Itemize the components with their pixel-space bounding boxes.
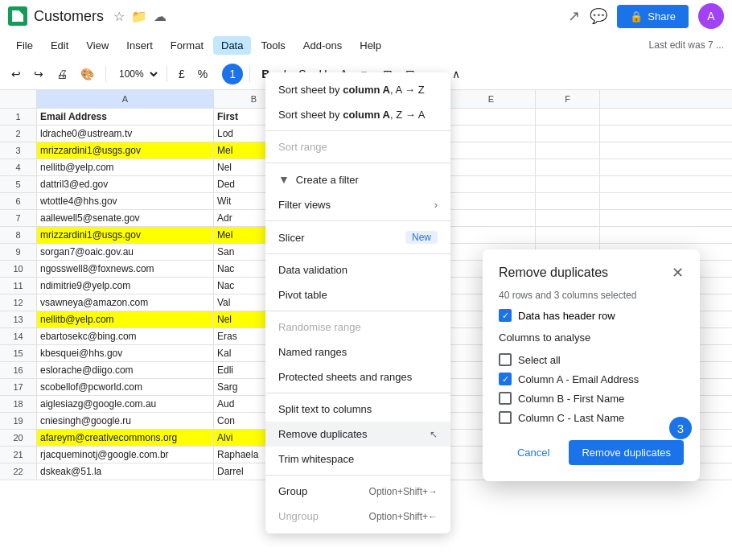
zoom-select[interactable]: 100% — [113, 66, 160, 82]
menu-format[interactable]: Format — [162, 36, 212, 55]
col-header-e[interactable]: E — [447, 90, 536, 108]
cell-email[interactable]: nellitb@yelp.com — [37, 311, 214, 327]
col-c-label: Column C - Last Name — [518, 412, 624, 424]
ctx-slicer[interactable]: Slicer New — [265, 224, 450, 250]
row-number: 11 — [0, 278, 37, 294]
share-button[interactable]: 🔒 Share — [617, 5, 689, 28]
menu-view[interactable]: View — [78, 36, 117, 55]
cell-email[interactable]: eslorache@diigo.com — [37, 362, 214, 378]
ctx-randomise-range: Randomise range — [265, 315, 450, 340]
cell-empty — [536, 126, 600, 142]
row-number: 8 — [0, 227, 37, 243]
dialog-title: Remove duplicates — [499, 266, 608, 280]
cell-empty — [536, 142, 600, 159]
cloud-icon[interactable]: ☁ — [154, 9, 167, 24]
toolbar-divider-2 — [167, 66, 167, 82]
cell-empty — [447, 210, 536, 226]
menu-insert[interactable]: Insert — [118, 36, 161, 55]
dialog-close-button[interactable]: ✕ — [672, 266, 684, 280]
menu-help[interactable]: Help — [352, 36, 389, 55]
comment-icon[interactable]: 💬 — [590, 7, 607, 25]
redo-button[interactable]: ↪ — [29, 64, 48, 84]
ctx-sort-za[interactable]: Sort sheet by column A, Z → A — [265, 102, 450, 127]
paint-format-button[interactable]: 🎨 — [76, 64, 99, 84]
col-c-checkbox[interactable] — [499, 411, 512, 424]
ctx-pivot-table[interactable]: Pivot table — [265, 282, 450, 307]
cell-email[interactable]: dattril3@ed.gov — [37, 176, 214, 192]
cell-email[interactable]: kbesquei@hhs.gov — [37, 345, 214, 361]
row-number: 18 — [0, 396, 37, 412]
cell-email[interactable]: ndimitrie9@yelp.com — [37, 278, 214, 294]
menu-data[interactable]: Data — [213, 36, 251, 55]
cell-email[interactable]: aallewell5@senate.gov — [37, 210, 214, 226]
cell-email[interactable]: Email Address — [37, 109, 214, 125]
last-edit-label: Last edit was 7 ... — [649, 39, 724, 51]
row-number: 2 — [0, 126, 37, 142]
cell-empty — [447, 126, 536, 142]
ctx-filter-views[interactable]: Filter views › — [265, 192, 450, 217]
row-number: 1 — [0, 109, 37, 125]
ctx-create-filter[interactable]: ▼ Create a filter — [265, 167, 450, 192]
cell-email[interactable]: dskeak@51.la — [37, 463, 214, 480]
currency-button[interactable]: £ — [174, 64, 190, 84]
ctx-trim-whitespace[interactable]: Trim whitespace — [265, 447, 450, 471]
col-b-checkbox[interactable] — [499, 392, 512, 405]
filter-icon: ▼ — [278, 173, 290, 186]
ctx-sort-az[interactable]: Sort sheet by column A, A → Z — [265, 77, 450, 102]
ctx-named-ranges[interactable]: Named ranges — [265, 340, 450, 364]
ctx-remove-duplicates[interactable]: Remove duplicates ↖ — [265, 422, 450, 447]
col-header-f[interactable]: F — [536, 90, 600, 108]
cell-email[interactable]: wtottle4@hhs.gov — [37, 193, 214, 209]
menu-file[interactable]: File — [8, 36, 41, 55]
step-3-badge: 3 — [669, 417, 692, 439]
col-a-checkbox[interactable] — [499, 373, 512, 385]
cell-email[interactable]: vsawneya@amazon.com — [37, 294, 214, 311]
avatar[interactable]: A — [698, 3, 724, 29]
ctx-divider-2 — [265, 163, 450, 163]
menu-edit[interactable]: Edit — [43, 36, 76, 55]
ctx-divider-7 — [265, 475, 450, 476]
step-1-badge: 1 — [222, 64, 243, 84]
cell-empty — [536, 193, 600, 209]
cell-empty — [447, 109, 536, 125]
ctx-protected-sheets[interactable]: Protected sheets and ranges — [265, 364, 450, 389]
menu-tools[interactable]: Tools — [253, 36, 293, 55]
cell-email[interactable]: nellitb@yelp.com — [37, 159, 214, 175]
header-row-checkbox[interactable] — [499, 309, 512, 322]
select-all-checkbox[interactable] — [499, 353, 512, 366]
cell-email[interactable]: mrizzardini1@usgs.gov — [37, 142, 214, 159]
cell-email[interactable]: cniesingh@google.ru — [37, 413, 214, 429]
cell-email[interactable]: ebartosekc@bing.com — [37, 328, 214, 344]
toolbar-divider-3 — [249, 66, 250, 82]
cell-email[interactable]: afareym@creativecommons.org — [37, 430, 214, 446]
ctx-data-validation[interactable]: Data validation — [265, 257, 450, 282]
folder-icon[interactable]: 📁 — [131, 9, 147, 24]
ctx-split-text[interactable]: Split text to columns — [265, 397, 450, 422]
percent-button[interactable]: % — [193, 64, 212, 84]
star-icon[interactable]: ☆ — [113, 9, 125, 24]
col-header-a[interactable]: A — [37, 90, 214, 108]
header-right: ↗ 💬 🔒 Share A — [568, 3, 724, 29]
cell-empty — [536, 159, 600, 175]
cell-email[interactable]: aiglesiazg@google.com.au — [37, 396, 214, 412]
chart-icon[interactable]: ↗ — [568, 7, 580, 25]
cell-email[interactable]: ldrache0@ustream.tv — [37, 126, 214, 142]
cell-empty — [447, 159, 536, 175]
cell-email[interactable]: ngosswell8@foxnews.com — [37, 261, 214, 277]
row-number: 5 — [0, 176, 37, 192]
dialog-footer: Cancel Remove duplicates — [499, 440, 684, 465]
row-number: 10 — [0, 261, 37, 277]
cell-email[interactable]: mrizzardini1@usgs.gov — [37, 227, 214, 243]
ctx-group[interactable]: Group Option+Shift+→ — [265, 479, 450, 504]
row-number: 16 — [0, 362, 37, 378]
undo-button[interactable]: ↩ — [6, 64, 26, 84]
row-number: 22 — [0, 463, 37, 480]
print-button[interactable]: 🖨 — [51, 64, 72, 84]
cancel-button[interactable]: Cancel — [504, 440, 562, 465]
cell-email[interactable]: scobellof@pcworld.com — [37, 379, 214, 395]
menu-addons[interactable]: Add-ons — [295, 36, 350, 55]
cell-email[interactable]: sorgan7@oaic.gov.au — [37, 244, 214, 260]
cell-email[interactable]: rjacqueminotj@google.com.br — [37, 447, 214, 463]
remove-duplicates-button[interactable]: Remove duplicates — [569, 440, 684, 465]
ungroup-shortcut: Option+Shift+← — [369, 511, 438, 522]
